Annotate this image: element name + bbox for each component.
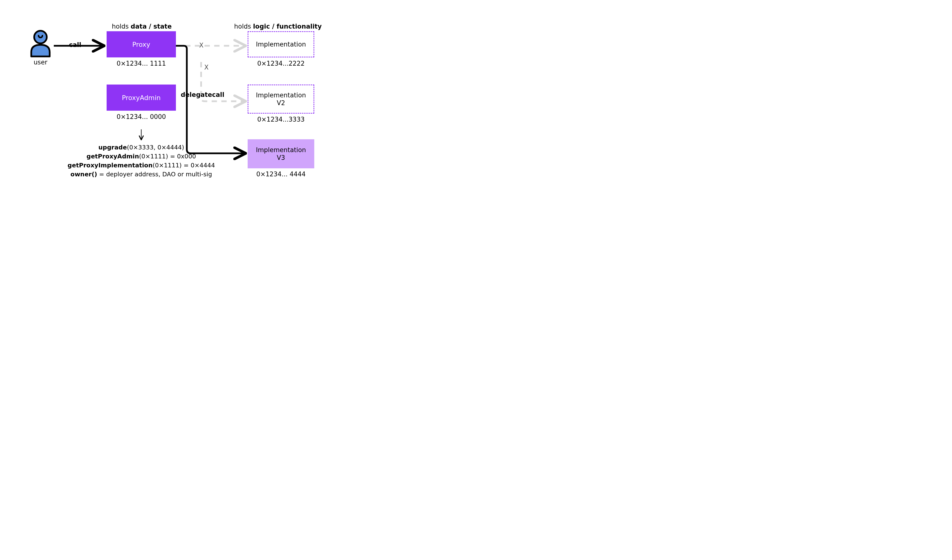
- proxy-admin-box: ProxyAdmin: [107, 85, 176, 111]
- x-marker-2: X: [204, 64, 209, 71]
- proxy-admin-address: 0×1234... 0000: [107, 113, 176, 120]
- call-owner: owner() = deployer address, DAO or multi…: [65, 171, 218, 178]
- proxy-pattern-diagram: user call holds data / state holds logic…: [0, 0, 356, 210]
- arrow-proxy-impl3: [175, 46, 245, 153]
- header-data-state: holds data / state: [107, 23, 177, 30]
- delegatecall-label: delegatecall: [178, 91, 227, 98]
- call-label: call: [68, 41, 82, 48]
- impl1-box: Implementation: [247, 31, 314, 57]
- impl1-address: 0×1234...2222: [247, 60, 314, 67]
- impl2-address: 0×1234...3333: [247, 116, 314, 123]
- admin-calls-block: upgrade(0×3333, 0×4444) getProxyAdmin(0×…: [65, 144, 218, 178]
- impl2-box: ImplementationV2: [247, 85, 314, 114]
- proxy-address: 0×1234... 1111: [107, 60, 176, 67]
- proxy-box: Proxy: [107, 31, 176, 57]
- call-getproxyimpl: getProxyImplementation(0×1111) = 0×4444: [65, 162, 218, 169]
- impl3-box: ImplementationV3: [247, 139, 314, 168]
- header-logic: holds logic / functionality: [232, 23, 324, 30]
- call-upgrade: upgrade(0×3333, 0×4444): [65, 144, 218, 151]
- user-label: user: [28, 59, 53, 66]
- call-getproxyadmin: getProxyAdmin(0×1111) = 0x000: [65, 153, 218, 160]
- x-marker-1: X: [199, 42, 204, 49]
- impl3-address: 0×1234... 4444: [247, 171, 314, 178]
